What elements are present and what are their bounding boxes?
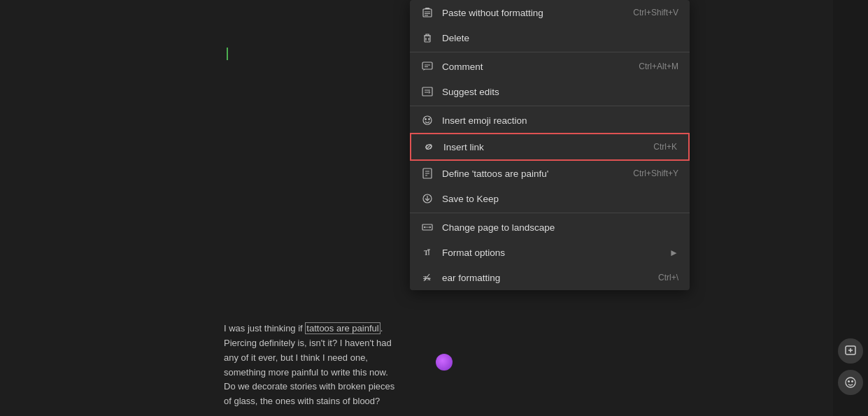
separator-2 — [410, 106, 690, 106]
svg-point-34 — [846, 378, 855, 387]
document-text: I was just thinking if tattoos are painf… — [224, 322, 399, 409]
emoji-icon — [421, 114, 434, 127]
clear-icon: Tx — [421, 271, 434, 284]
svg-rect-9 — [422, 62, 432, 69]
keep-icon — [421, 192, 434, 205]
comment-label: Comment — [442, 62, 630, 72]
menu-item-save-to-keep[interactable]: Save to Keep — [410, 186, 690, 211]
comment-shortcut: Ctrl+Alt+M — [639, 62, 678, 71]
define-icon — [421, 167, 434, 180]
emoji-sidebar-button[interactable] — [838, 370, 863, 395]
svg-point-36 — [852, 381, 853, 382]
format-options-arrow: ► — [669, 248, 678, 258]
svg-rect-6 — [425, 36, 430, 42]
define-shortcut: Ctrl+Shift+Y — [633, 168, 678, 178]
svg-line-18 — [428, 146, 430, 148]
paste-without-formatting-shortcut: Ctrl+Shift+V — [633, 8, 678, 17]
highlighted-text: tattoos are painful — [305, 322, 380, 334]
menu-item-format-options[interactable]: T Format options ► — [410, 240, 690, 265]
menu-item-delete[interactable]: Delete — [410, 25, 690, 50]
svg-text:T: T — [424, 249, 429, 257]
context-menu: Paste without formatting Ctrl+Shift+V De… — [410, 0, 690, 290]
landscape-icon — [421, 221, 434, 234]
paste-without-formatting-label: Paste without formatting — [442, 8, 625, 18]
user-avatar-overlay — [436, 354, 453, 371]
clear-formatting-label: ear formatting — [442, 273, 650, 283]
svg-point-16 — [425, 119, 427, 120]
change-page-landscape-label: Change page to landscape — [442, 222, 678, 233]
link-icon — [422, 141, 435, 153]
document-area: I was just thinking if tattoos are painf… — [0, 0, 406, 416]
menu-item-paste-without-formatting[interactable]: Paste without formatting Ctrl+Shift+V — [410, 0, 690, 25]
menu-item-suggest-edits[interactable]: Suggest edits — [410, 79, 690, 104]
text-cursor — [227, 48, 228, 60]
format-icon: T — [421, 246, 434, 259]
doc-text-before: I was just thinking if — [224, 323, 305, 333]
menu-item-define[interactable]: Define 'tattoos are painfu' Ctrl+Shift+Y — [410, 161, 690, 186]
svg-rect-12 — [422, 87, 432, 96]
menu-item-change-page-landscape[interactable]: Change page to landscape — [410, 215, 690, 240]
menu-item-clear-formatting[interactable]: Tx ear formatting Ctrl+\ — [410, 265, 690, 290]
right-sidebar — [833, 0, 868, 416]
menu-item-insert-emoji[interactable]: Insert emoji reaction — [410, 108, 690, 133]
svg-point-15 — [423, 116, 432, 124]
save-to-keep-label: Save to Keep — [442, 194, 678, 204]
clear-formatting-shortcut: Ctrl+\ — [658, 273, 678, 282]
insert-link-label: Insert link — [443, 142, 645, 152]
suggest-icon — [421, 85, 434, 98]
svg-point-35 — [848, 381, 850, 382]
insert-link-shortcut: Ctrl+K — [653, 142, 677, 152]
doc-text-after: . Piercing definitely is, isn't it? I ha… — [224, 323, 394, 406]
suggest-edits-label: Suggest edits — [442, 87, 678, 97]
paste-icon — [421, 6, 434, 19]
svg-point-17 — [429, 119, 430, 120]
svg-rect-2 — [425, 8, 429, 9]
format-options-label: Format options — [442, 248, 661, 258]
trash-icon — [421, 31, 434, 44]
separator-1 — [410, 52, 690, 52]
insert-emoji-label: Insert emoji reaction — [442, 115, 678, 126]
separator-3 — [410, 213, 690, 213]
define-label: Define 'tattoos are painfu' — [442, 168, 625, 179]
add-comment-button[interactable] — [838, 338, 863, 364]
delete-label: Delete — [442, 33, 678, 43]
comment-icon — [421, 60, 434, 73]
menu-item-comment[interactable]: Comment Ctrl+Alt+M — [410, 54, 690, 79]
menu-item-insert-link[interactable]: Insert link Ctrl+K — [410, 133, 690, 161]
